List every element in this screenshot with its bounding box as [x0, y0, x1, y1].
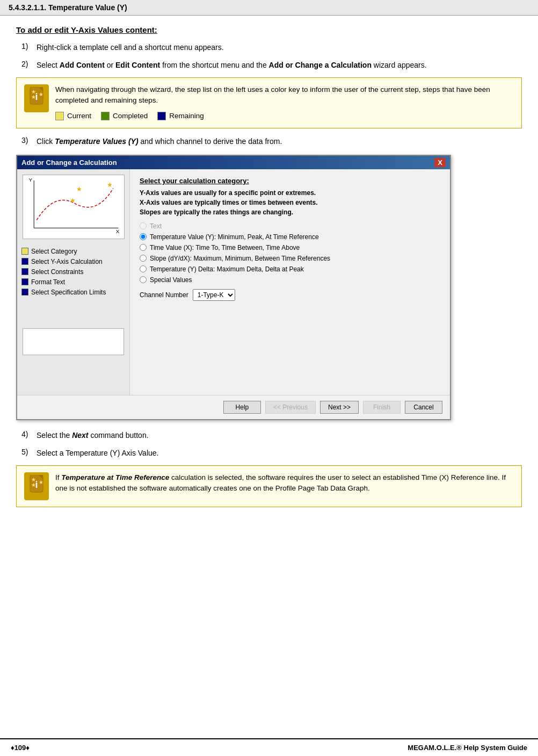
info-icon: i ★ ★ ★ — [24, 84, 49, 112]
step-5-text: Select a Temperature (Y) Axis Value. — [37, 448, 158, 459]
svg-text:★: ★ — [76, 185, 82, 192]
step-list-label-3: Format Text — [31, 278, 65, 286]
step-4-num: 4) — [21, 430, 37, 441]
svg-text:★: ★ — [106, 181, 112, 188]
step-3-text: Click Temperature Values (Y) and which c… — [37, 136, 282, 147]
step-5-num: 5) — [21, 448, 37, 459]
dialog-close-button[interactable]: X — [434, 158, 446, 167]
step-list-label-0: Select Category — [31, 248, 77, 255]
legend-completed: Completed — [101, 111, 148, 121]
radio-text: Text — [140, 222, 440, 230]
radio-special-input[interactable] — [140, 276, 147, 283]
step-list-item-4: Select Specification Limits — [21, 289, 129, 296]
channel-row: Channel Number 1-Type-K 2-Type-K 3-Type-… — [140, 289, 440, 301]
info-icon-2: i ★ ★ ★ — [24, 472, 49, 500]
svg-text:Y: Y — [28, 177, 32, 183]
completed-swatch — [101, 112, 110, 120]
radio-delta-label: Temperature (Y) Delta: Maximum Delta, De… — [150, 265, 304, 273]
remaining-swatch — [157, 112, 166, 120]
legend-completed-label: Completed — [113, 111, 148, 121]
footer-left: ♦109♦ — [11, 744, 30, 752]
dialog-body: X Y ★ ★ ★ Select Category — [17, 169, 450, 395]
legend-current: Current — [55, 111, 91, 121]
legend-remaining: Remaining — [157, 111, 204, 121]
channel-select[interactable]: 1-Type-K 2-Type-K 3-Type-K — [193, 289, 235, 301]
step-2: 2) Select Add Content or Edit Content fr… — [16, 60, 522, 71]
note-box-2: i ★ ★ ★ If Temperature at Time Reference… — [16, 465, 522, 507]
dialog-screenshot: Add or Change a Calculation X X Y — [16, 155, 451, 420]
step-list-item-1: Select Y-Axis Calculation — [21, 258, 129, 265]
dialog-title: Add or Change a Calculation — [21, 159, 117, 167]
step-1-text: Right-click a template cell and a shortc… — [37, 42, 224, 53]
legend-current-label: Current — [67, 111, 91, 121]
step-2-num: 2) — [21, 60, 37, 71]
step-list-item-0: Select Category — [21, 248, 129, 255]
svg-text:X: X — [115, 228, 119, 234]
dialog-graph: X Y ★ ★ ★ — [23, 175, 125, 239]
svg-text:★: ★ — [31, 482, 36, 488]
step-swatch-0 — [21, 248, 28, 255]
note-2-content: If Temperature at Time Reference calcula… — [55, 472, 514, 494]
step-swatch-2 — [21, 268, 28, 275]
step-list-item-3: Format Text — [21, 278, 129, 286]
channel-label: Channel Number — [140, 291, 188, 299]
note-box-1: i ★ ★ ★ When navigating through the wiza… — [16, 77, 522, 128]
radio-temp-value-label: Temperature Value (Y): Minimum, Peak, At… — [150, 233, 319, 241]
note-1-text: When navigating through the wizard, the … — [55, 85, 490, 104]
step-1-num: 1) — [21, 42, 37, 53]
dialog-heading: Select your calculation category: — [140, 177, 440, 185]
dialog-footer: Help << Previous Next >> Finish Cancel — [17, 395, 450, 419]
step-4: 4) Select the Next command button. — [16, 430, 522, 441]
step-swatch-1 — [21, 258, 28, 265]
radio-slope-label: Slope (dY/dX): Maximum, Minimum, Between… — [150, 255, 330, 262]
radio-time-value-label: Time Value (X): Time To, Time Between, T… — [150, 244, 300, 251]
preview-box — [23, 328, 124, 355]
radio-slope: Slope (dY/dX): Maximum, Minimum, Between… — [140, 255, 440, 262]
next-button[interactable]: Next >> — [320, 401, 359, 414]
step-3-num: 3) — [21, 136, 37, 147]
step-list-label-4: Select Specification Limits — [31, 289, 106, 296]
radio-special-label: Special Values — [150, 276, 192, 284]
header-title: 5.4.3.2.1.1. Temperature Value (Y) — [9, 3, 127, 12]
step-2-text: Select Add Content or Edit Content from … — [37, 60, 427, 71]
step-4-text: Select the Next command button. — [37, 430, 149, 441]
section-title: To add or edit Y-Axis Values content: — [16, 25, 522, 34]
radio-text-label: Text — [150, 222, 162, 230]
dialog-titlebar: Add or Change a Calculation X — [17, 156, 450, 169]
help-button[interactable]: Help — [223, 401, 261, 414]
step-list: Select Category Select Y-Axis Calculatio… — [17, 244, 129, 296]
radio-temp-value-input[interactable] — [140, 233, 147, 240]
step-list-label-1: Select Y-Axis Calculation — [31, 258, 103, 265]
radio-slope-input[interactable] — [140, 255, 147, 262]
legend-remaining-label: Remaining — [169, 111, 204, 121]
step-swatch-3 — [21, 278, 28, 285]
footer-right: MEGAM.O.L.E.® Help System Guide — [408, 744, 527, 752]
page-footer: ♦109♦ MEGAM.O.L.E.® Help System Guide — [0, 738, 538, 756]
step-1: 1) Right-click a template cell and a sho… — [16, 42, 522, 53]
radio-time-value-input[interactable] — [140, 244, 147, 251]
previous-button[interactable]: << Previous — [265, 401, 316, 414]
finish-button[interactable]: Finish — [363, 401, 401, 414]
step-3: 3) Click Temperature Values (Y) and whic… — [16, 136, 522, 147]
svg-text:★: ★ — [70, 197, 76, 204]
dialog-description: Y-Axis values are usually for a specific… — [140, 188, 440, 217]
radio-text-input[interactable] — [140, 222, 147, 229]
radio-delta: Temperature (Y) Delta: Maximum Delta, De… — [140, 265, 440, 273]
page-header: 5.4.3.2.1.1. Temperature Value (Y) — [0, 0, 538, 16]
radio-delta-input[interactable] — [140, 265, 147, 272]
current-swatch — [55, 112, 64, 120]
svg-text:★: ★ — [39, 479, 43, 485]
step-5: 5) Select a Temperature (Y) Axis Value. — [16, 448, 522, 459]
step-list-item-2: Select Constraints — [21, 268, 129, 276]
cancel-button[interactable]: Cancel — [405, 401, 442, 414]
radio-temp-value: Temperature Value (Y): Minimum, Peak, At… — [140, 233, 440, 241]
note-1-content: When navigating through the wizard, the … — [55, 84, 514, 121]
radio-time-value: Time Value (X): Time To, Time Between, T… — [140, 244, 440, 251]
step-swatch-4 — [21, 289, 28, 296]
svg-text:★: ★ — [39, 91, 43, 97]
dialog-left-panel: X Y ★ ★ ★ Select Category — [17, 169, 130, 395]
color-legend: Current Completed Remaining — [55, 111, 514, 121]
step-list-label-2: Select Constraints — [31, 268, 83, 276]
dialog-right-panel: Select your calculation category: Y-Axis… — [130, 169, 450, 395]
radio-group: Text Temperature Value (Y): Minimum, Pea… — [140, 222, 440, 284]
